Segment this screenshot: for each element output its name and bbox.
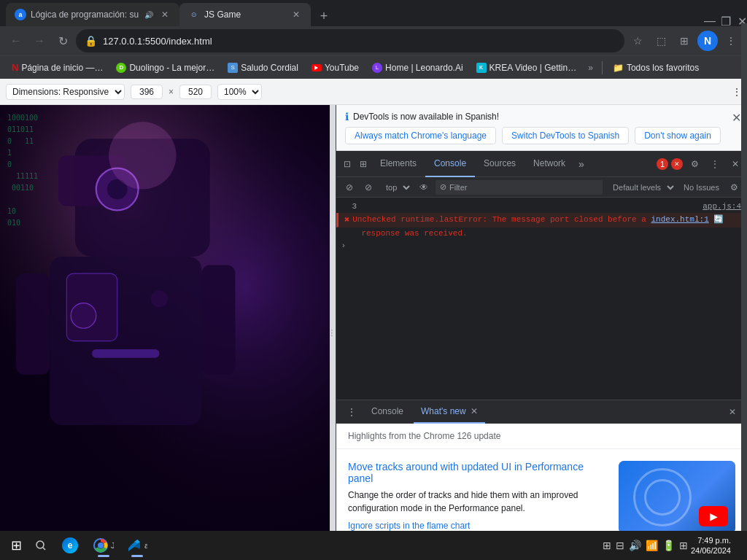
app-js-link[interactable]: app.js:4 <box>703 202 741 211</box>
show-desktop-button[interactable] <box>734 532 738 559</box>
system-extra[interactable]: ⊞ <box>679 540 688 551</box>
netflix-icon: N <box>12 62 18 73</box>
devtools-settings-button[interactable]: ⚙ <box>686 155 703 173</box>
taskbar-app-edge[interactable]: e <box>54 532 86 559</box>
error-line-2: response was received. <box>336 228 747 239</box>
tabs-bar: a Lógica de programación: su 🔊 ✕ ⊙ JS Ga… <box>0 0 747 26</box>
taskbar-app-vscode[interactable]: app.js - 2034-logica… <box>121 532 153 559</box>
bottom-panel-close-button[interactable]: ✕ <box>724 403 741 421</box>
expand-error-button[interactable]: › <box>336 239 747 251</box>
mobile-icon[interactable]: ⊞ <box>355 151 371 177</box>
notification-buttons: Always match Chrome's language Switch De… <box>345 127 738 144</box>
battery-icon[interactable]: 🔋 <box>662 540 675 551</box>
nav-right-icons: ☆ ⬚ ⊞ N ⋮ <box>627 31 741 51</box>
dont-show-button[interactable]: Don't show again <box>635 127 721 144</box>
always-match-button[interactable]: Always match Chrome's language <box>345 127 496 144</box>
tab-inactive-logica[interactable]: a Lógica de programación: su 🔊 ✕ <box>6 3 179 26</box>
taskbar-app-chrome[interactable]: JS Game - Google … <box>88 532 120 559</box>
all-favorites-folder[interactable]: 📁 Todos los favoritos <box>607 60 705 76</box>
forward-button[interactable]: → <box>29 31 50 51</box>
bookmark-duolingo[interactable]: D Duolingo - La mejor… <box>110 60 220 76</box>
extension-button[interactable]: ⬚ <box>651 31 671 51</box>
more-devtools-tabs[interactable]: » <box>574 158 589 170</box>
tab-close-logica[interactable]: ✕ <box>159 9 171 20</box>
tab-console[interactable]: Console <box>425 151 475 177</box>
bottom-tabs: ⋮ Console What's new ✕ ✕ <box>336 400 747 424</box>
extension-button-2[interactable]: ⊞ <box>674 31 694 51</box>
edge-icon: e <box>62 537 78 553</box>
monitor-icon[interactable]: ⊞ <box>603 540 611 551</box>
switch-devtools-button[interactable]: Switch DevTools to Spanish <box>502 127 629 144</box>
devtools-more-button[interactable]: ⋮ <box>706 155 724 173</box>
bookmark-krea[interactable]: K KREA Video | Gettin… <box>471 60 583 76</box>
notification-close-button[interactable]: ✕ <box>732 111 741 125</box>
bookmark-saludo[interactable]: S Saludo Cordial <box>222 60 304 76</box>
volume-icon[interactable]: 🔊 <box>629 540 641 551</box>
folder-icon[interactable]: ⊟ <box>616 540 624 551</box>
filter-input-box[interactable]: ⊘ Filter <box>436 180 603 195</box>
error-close-icon[interactable]: ✕ <box>671 158 683 170</box>
maximize-button[interactable]: ❐ <box>721 16 731 26</box>
address-bar[interactable]: 🔒 127.0.0.1:5500/index.html <box>76 29 624 52</box>
clock-date: 24/06/2024 <box>691 545 731 556</box>
notification-header: ℹ DevTools is now available in Spanish! <box>345 111 738 122</box>
bookmark-saludo-label: Saludo Cordial <box>241 63 298 73</box>
bottom-panel-scrollbar[interactable] <box>741 105 747 560</box>
zoom-select[interactable]: 100% <box>217 84 262 100</box>
log-level-select[interactable]: Default levels <box>607 181 676 194</box>
tab-elements[interactable]: Elements <box>371 151 425 177</box>
toolbar-more-button[interactable]: ⋮ <box>732 87 741 97</box>
svg-rect-9 <box>16 273 50 375</box>
clear-console-button[interactable]: ⊘ <box>342 180 357 195</box>
svg-rect-14 <box>92 349 159 358</box>
taskbar-search[interactable] <box>29 534 53 557</box>
height-input[interactable] <box>179 85 212 99</box>
chrome-menu-button[interactable]: ⋮ <box>721 31 741 51</box>
bookmark-netflix[interactable]: N Página de inicio —… <box>6 59 109 76</box>
bottom-panel-menu[interactable]: ⋮ <box>342 406 361 418</box>
url-text: 127.0.0.1:5500/index.html <box>103 36 616 47</box>
tab-sources[interactable]: Sources <box>475 151 525 177</box>
article-link[interactable]: Ignore scripts in the flame chart <box>348 521 607 531</box>
index-html-link[interactable]: index.html:1 <box>651 215 709 224</box>
chrome-app-label: JS Game - Google … <box>111 541 114 550</box>
info-icon: ℹ <box>345 111 349 122</box>
back-button[interactable]: ← <box>6 31 26 51</box>
profile-avatar[interactable]: N <box>697 31 718 51</box>
tab-favicon-jsgame: ⊙ <box>188 9 200 20</box>
console-line-3: 3 app.js:4 <box>336 201 747 213</box>
dock-icon[interactable]: ⊡ <box>339 151 355 177</box>
tab-audio-icon[interactable]: 🔊 <box>143 9 155 20</box>
bookmark-button[interactable]: ☆ <box>627 31 648 51</box>
tab-network[interactable]: Network <box>525 151 574 177</box>
more-bookmarks-button[interactable]: » <box>584 60 597 76</box>
minimize-button[interactable]: — <box>705 16 715 26</box>
article-body: Change the order of tracks and hide them… <box>348 489 607 515</box>
whatsnew-tab-close[interactable]: ✕ <box>471 406 478 416</box>
new-tab-button[interactable]: + <box>314 6 334 26</box>
context-select[interactable]: top <box>380 181 412 194</box>
console-settings-button[interactable]: ⚙ <box>727 180 741 195</box>
tab-close-jsgame[interactable]: ✕ <box>290 9 302 20</box>
reload-button[interactable]: ↻ <box>53 31 73 51</box>
eye-button[interactable]: 👁 <box>417 180 431 195</box>
devtools-panel: ℹ DevTools is now available in Spanish! … <box>336 105 747 560</box>
console-output[interactable]: 3 app.js:4 ✖ Unchecked runtime.lastError… <box>336 198 747 400</box>
bookmark-youtube[interactable]: YouTube <box>306 60 365 76</box>
tab-whatsnew[interactable]: What's new ✕ <box>414 400 485 424</box>
tab-console-bottom[interactable]: Console <box>364 400 411 424</box>
bookmark-leonardo[interactable]: L Home | Leonardo.Ai <box>366 60 469 76</box>
network-icon[interactable]: 📶 <box>646 540 658 551</box>
clock-time: 7:49 p.m. <box>691 535 731 545</box>
dimensions-select[interactable]: Dimensions: Responsive <box>6 84 125 100</box>
system-clock[interactable]: 7:49 p.m. 24/06/2024 <box>691 535 731 556</box>
resize-handle[interactable]: · · · <box>330 105 336 560</box>
error-text: Unchecked runtime.lastError: The message… <box>352 214 741 224</box>
filter-icon-button[interactable]: ⊘ <box>361 180 376 195</box>
article-title[interactable]: Move tracks around with updated UI in Pe… <box>348 461 607 484</box>
youtube-play-button[interactable]: ▶ <box>699 506 728 526</box>
width-input[interactable] <box>131 85 163 99</box>
start-button[interactable]: ⊞ <box>3 532 29 559</box>
navigation-bar: ← → ↻ 🔒 127.0.0.1:5500/index.html ☆ ⬚ ⊞ … <box>0 26 747 55</box>
tab-active-jsgame[interactable]: ⊙ JS Game ✕ <box>179 3 311 26</box>
